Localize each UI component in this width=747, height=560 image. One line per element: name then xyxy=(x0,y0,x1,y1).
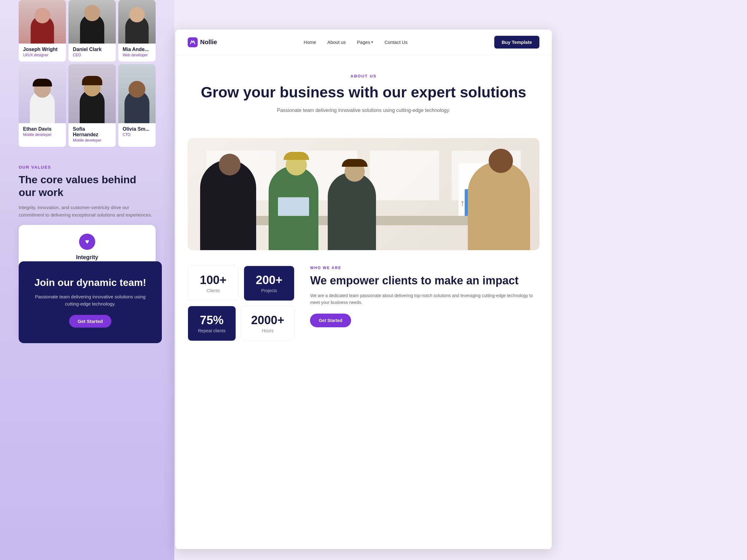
team-top-row: Joseph Wright UI/UX designer Daniel Clar… xyxy=(0,0,174,61)
values-description: Integrity, innovation, and customer-cent… xyxy=(19,204,156,219)
who-get-started-button[interactable]: Get Started xyxy=(310,314,351,327)
trend-arrow-icon: ↑ xyxy=(460,198,465,208)
person-blonde-hair xyxy=(284,152,309,160)
nav-pages-label: Pages xyxy=(357,39,370,45)
join-subtitle: Passionate team delivering innovative so… xyxy=(31,293,149,308)
navigation: Nollie Home About us Pages ▾ Contact Us … xyxy=(175,30,552,55)
meeting-image-container: ↑ xyxy=(175,138,552,250)
join-title: Join our dynamic team! xyxy=(31,277,149,288)
about-subtitle: Passionate team delivering innovative so… xyxy=(270,108,457,113)
team-role-olivia: CTO xyxy=(123,133,151,137)
stat-clients: 100+ Clients xyxy=(188,266,239,301)
team-role-mia: Web developer xyxy=(123,53,151,57)
team-info-daniel: Daniel Clark CEO xyxy=(69,44,116,61)
team-photo-ethan xyxy=(19,64,66,123)
team-name-joseph: Joseph Wright xyxy=(23,47,61,52)
head-shape xyxy=(129,7,145,22)
laptop-screen-inner xyxy=(278,197,309,216)
team-role-sofia: Mobile developer xyxy=(73,138,111,142)
team-info-sofia: Sofia Hernandez Mobile developer xyxy=(69,123,116,147)
buy-template-button[interactable]: Buy Template xyxy=(494,36,539,49)
meeting-visual: ↑ xyxy=(188,138,539,250)
nav-cta: Buy Template xyxy=(494,36,539,49)
values-section: OUR VALUES The core values behind our wo… xyxy=(0,156,174,225)
nav-pages[interactable]: Pages ▾ xyxy=(357,39,374,45)
stat-repeat: 75% Repeat clients xyxy=(188,306,236,341)
stat-projects-number: 200+ xyxy=(254,273,284,287)
team-info-ethan: Ethan Davis Mobile developer xyxy=(19,123,66,141)
logo-svg xyxy=(190,39,196,45)
team-name-mia: Mia Ande... xyxy=(123,47,151,52)
team-photo-mia xyxy=(118,0,156,44)
about-section: ABOUT US Grow your business with our exp… xyxy=(175,55,552,138)
nav-links: Home About us Pages ▾ Contact Us xyxy=(304,39,408,45)
stat-hours: 2000+ Hours xyxy=(241,306,295,341)
team-card-mia: Mia Ande... Web developer xyxy=(118,0,156,61)
stat-repeat-label: Repeat clients xyxy=(198,328,226,333)
stat-repeat-number: 75% xyxy=(198,314,226,327)
team-name-sofia: Sofia Hernandez xyxy=(73,126,111,137)
head-shape xyxy=(129,81,145,98)
get-started-button[interactable]: Get Started xyxy=(69,315,112,328)
who-section-label: WHO WE ARE xyxy=(310,266,539,270)
team-card-joseph: Joseph Wright UI/UX designer xyxy=(19,0,66,61)
team-card-sofia: Sofia Hernandez Mobile developer xyxy=(69,64,116,147)
integrity-card-title: Integrity xyxy=(27,254,147,261)
team-card-daniel: Daniel Clark CEO xyxy=(69,0,116,61)
team-photo-olivia xyxy=(118,64,156,123)
head-shape xyxy=(84,5,100,21)
person-right-head xyxy=(489,149,513,173)
team-name-olivia: Olivia Sm... xyxy=(123,126,151,132)
laptop-screen-outer xyxy=(278,197,309,216)
window-bar-3 xyxy=(370,151,439,201)
hair-shape xyxy=(82,76,102,85)
team-photo-joseph xyxy=(19,0,66,44)
logo-text: Nollie xyxy=(200,38,217,46)
stats-row-2: 75% Repeat clients 2000+ Hours xyxy=(188,306,294,341)
team-card-ethan: Ethan Davis Mobile developer xyxy=(19,64,66,147)
stat-hours-label: Hours xyxy=(251,328,284,333)
team-name-ethan: Ethan Davis xyxy=(23,126,61,132)
team-role-daniel: CEO xyxy=(73,53,111,57)
integrity-icon: ♥ xyxy=(79,234,95,250)
head-shape xyxy=(34,8,50,23)
team-name-daniel: Daniel Clark xyxy=(73,47,111,52)
who-body: We are a dedicated team passionate about… xyxy=(310,292,539,306)
stats-column: 100+ Clients 200+ Projects 75% Repeat cl… xyxy=(188,266,294,341)
team-card-olivia: Olivia Sm... CTO xyxy=(118,64,156,147)
person-back-head xyxy=(219,154,240,176)
team-info-mia: Mia Ande... Web developer xyxy=(118,44,156,61)
stats-row-1: 100+ Clients 200+ Projects xyxy=(188,266,294,301)
spacer xyxy=(0,149,174,156)
team-role-ethan: Mobile developer xyxy=(23,133,61,137)
who-heading: We empower clients to make an impact xyxy=(310,274,539,287)
team-photo-sofia xyxy=(69,64,116,123)
hair-shape xyxy=(33,79,52,86)
team-info-joseph: Joseph Wright UI/UX designer xyxy=(19,44,66,61)
logo-icon xyxy=(188,37,198,47)
team-photo-daniel xyxy=(69,0,116,44)
bottom-content: 100+ Clients 200+ Projects 75% Repeat cl… xyxy=(175,260,552,347)
nav-contact[interactable]: Contact Us xyxy=(384,39,407,45)
person-brunette-hair xyxy=(342,159,367,167)
team-role-joseph: UI/UX designer xyxy=(23,53,61,57)
stat-projects-label: Projects xyxy=(254,288,284,293)
stat-clients-label: Clients xyxy=(198,288,229,293)
stat-hours-number: 2000+ xyxy=(251,314,284,327)
values-title: The core values behind our work xyxy=(19,173,156,199)
values-section-label: OUR VALUES xyxy=(19,165,156,169)
person-right-body xyxy=(468,161,530,250)
who-we-are-section: WHO WE ARE We empower clients to make an… xyxy=(304,266,539,341)
nav-logo: Nollie xyxy=(188,37,217,47)
nav-about[interactable]: About us xyxy=(328,39,346,45)
person-brunette-body xyxy=(328,172,376,250)
left-panel: Joseph Wright UI/UX designer Daniel Clar… xyxy=(0,0,174,337)
team-info-olivia: Olivia Sm... CTO xyxy=(118,123,156,141)
stat-clients-number: 100+ xyxy=(198,273,229,287)
stat-projects: 200+ Projects xyxy=(244,266,295,301)
nav-home[interactable]: Home xyxy=(304,39,316,45)
about-title: Grow your business with our expert solut… xyxy=(200,83,527,101)
main-window: Nollie Home About us Pages ▾ Contact Us … xyxy=(175,30,552,549)
join-team-banner: Join our dynamic team! Passionate team d… xyxy=(19,261,162,343)
team-bottom-row: Ethan Davis Mobile developer Sofia Herna… xyxy=(0,61,174,149)
